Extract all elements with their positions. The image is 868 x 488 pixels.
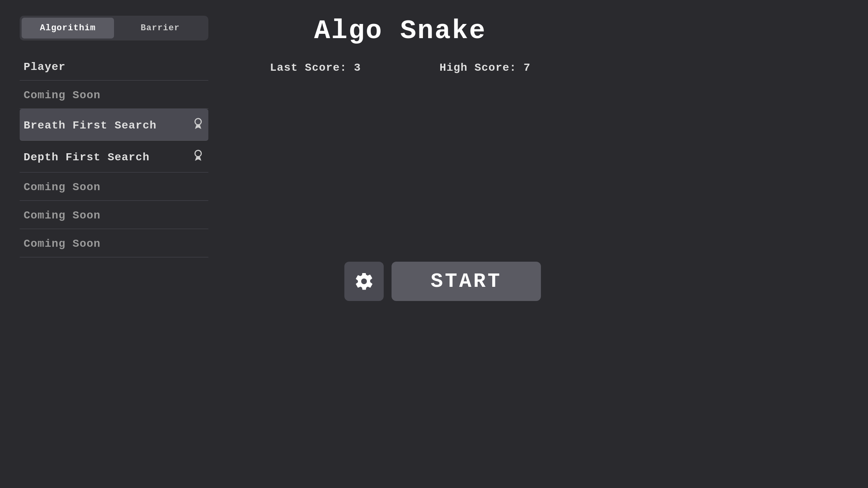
menu-item-bfs[interactable]: Breath First Search (20, 109, 208, 141)
last-score: Last Score: 3 (270, 62, 361, 74)
menu-item-dfs-label: Depth First Search (24, 151, 149, 163)
menu-item-coming-soon-1[interactable]: Coming Soon (20, 81, 208, 109)
settings-button[interactable] (344, 262, 384, 301)
game-title: Algo Snake (314, 16, 486, 46)
tab-algorithm[interactable]: Algorithim (22, 18, 114, 39)
menu-item-coming-soon-1-label: Coming Soon (24, 89, 101, 101)
right-top: Algo Snake Last Score: 3 High Score: 7 (252, 12, 549, 74)
high-score: High Score: 7 (440, 62, 530, 74)
menu-list: Player Coming Soon Breath First Search D… (20, 52, 208, 257)
menu-item-coming-soon-3[interactable]: Coming Soon (20, 201, 208, 229)
tab-container: Algorithim Barrier (20, 16, 208, 40)
menu-item-player[interactable]: Player (20, 52, 208, 81)
tab-barrier[interactable]: Barrier (114, 18, 206, 39)
svg-point-1 (195, 150, 201, 157)
scores-row: Last Score: 3 High Score: 7 (270, 62, 531, 74)
menu-item-coming-soon-2-label: Coming Soon (24, 181, 101, 193)
svg-point-0 (195, 119, 201, 125)
menu-item-coming-soon-4[interactable]: Coming Soon (20, 229, 208, 257)
left-panel: Algorithim Barrier Player Coming Soon Br… (0, 0, 228, 321)
menu-item-dfs[interactable]: Depth First Search (20, 141, 208, 172)
menu-item-coming-soon-3-label: Coming Soon (24, 209, 101, 222)
menu-item-player-label: Player (24, 61, 66, 73)
bottom-controls: START (252, 262, 549, 309)
start-button[interactable]: START (392, 262, 541, 301)
award-icon-dfs (192, 149, 204, 165)
menu-item-coming-soon-4-label: Coming Soon (24, 238, 101, 250)
menu-item-bfs-label: Breath First Search (24, 119, 156, 132)
right-panel: Algo Snake Last Score: 3 High Score: 7 S… (228, 0, 572, 321)
gear-icon (354, 272, 374, 291)
menu-item-coming-soon-2[interactable]: Coming Soon (20, 172, 208, 201)
award-icon-bfs (192, 117, 204, 133)
